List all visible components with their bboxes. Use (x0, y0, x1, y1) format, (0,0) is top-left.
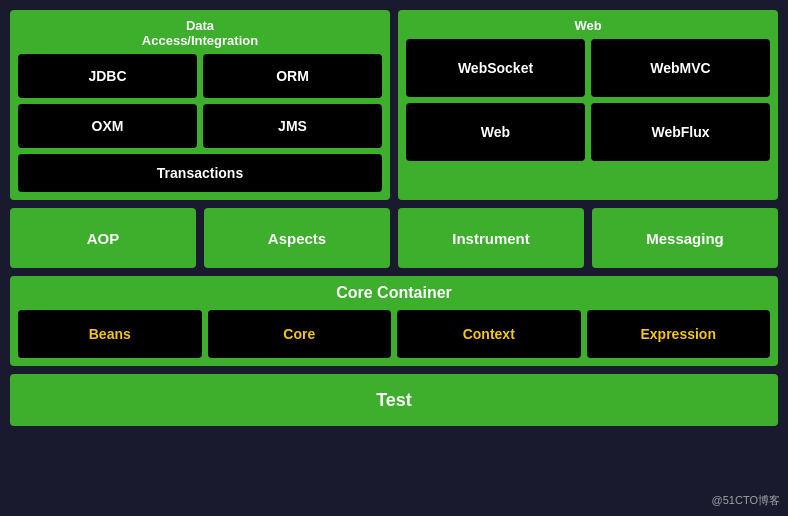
data-access-box: DataAccess/Integration JDBC ORM OXM JMS … (10, 10, 390, 200)
messaging-box: Messaging (592, 208, 778, 268)
web-item: Web (406, 103, 585, 161)
aop-box: AOP (10, 208, 196, 268)
oxm-item: OXM (18, 104, 197, 148)
core-item: Core (208, 310, 392, 358)
web-box: Web WebSocket WebMVC Web WebFlux (398, 10, 778, 200)
webmvc-item: WebMVC (591, 39, 770, 97)
test-box: Test (10, 374, 778, 426)
web-title: Web (406, 18, 770, 33)
expression-item: Expression (587, 310, 771, 358)
transactions-item: Transactions (18, 154, 382, 192)
core-grid: Beans Core Context Expression (18, 310, 770, 358)
instrument-box: Instrument (398, 208, 584, 268)
jms-item: JMS (203, 104, 382, 148)
jdbc-item: JDBC (18, 54, 197, 98)
test-label: Test (376, 390, 412, 411)
transactions-row: Transactions (18, 154, 382, 192)
top-row: DataAccess/Integration JDBC ORM OXM JMS … (10, 10, 778, 200)
aspects-box: Aspects (204, 208, 390, 268)
beans-item: Beans (18, 310, 202, 358)
core-container-box: Core Container Beans Core Context Expres… (10, 276, 778, 366)
watermark: @51CTO博客 (712, 493, 780, 508)
orm-item: ORM (203, 54, 382, 98)
webflux-item: WebFlux (591, 103, 770, 161)
data-access-title: DataAccess/Integration (18, 18, 382, 48)
data-access-grid: JDBC ORM OXM JMS (18, 54, 382, 148)
context-item: Context (397, 310, 581, 358)
web-grid: WebSocket WebMVC Web WebFlux (406, 39, 770, 161)
websocket-item: WebSocket (406, 39, 585, 97)
middle-row: AOP Aspects Instrument Messaging (10, 208, 778, 268)
core-container-title: Core Container (18, 284, 770, 302)
